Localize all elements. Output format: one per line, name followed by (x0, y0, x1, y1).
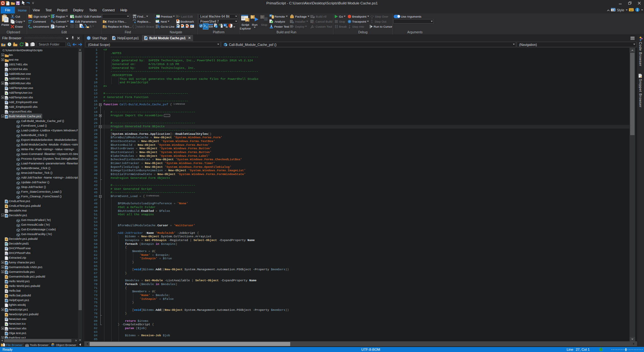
tree-item-decodehr-psd1[interactable]: d1Decodehr.psd1 (0, 241, 78, 246)
panel-dropdown-button[interactable] (66, 35, 69, 41)
scroll-left-arrow[interactable] (0, 338, 4, 343)
ribbon-tab-test[interactable]: Test (43, 7, 54, 14)
scroll-up-arrow[interactable] (630, 48, 635, 52)
ribbon-button-sign-script[interactable]: Sign script (28, 14, 50, 19)
collapse-icon[interactable] (1, 214, 4, 217)
tree-item-cmdlettest-ps1[interactable]: CmdLetTest.ps1 (0, 199, 78, 203)
tree-item-load-listbox-listbox-system-windows-forms-li[interactable]: Load-ListBox -ListBox <System.Windows.Fo… (0, 128, 78, 133)
ribbon-button-last-edit[interactable]: Last Edit (175, 14, 195, 19)
panel-tab-file-browser[interactable]: File Browser (0, 343, 24, 347)
fold-collapse-box[interactable] (99, 103, 102, 106)
ribbon-button-tracepoint[interactable]: Tracepoint (347, 19, 369, 24)
tree-item-call-build-module-cache-psf[interactable]: Call-Build_Module_Cache_psf () (0, 118, 78, 123)
nav-combo-call-build-module-cache-psf[interactable]: Call-Build_Module_Cache_psf () (221, 42, 516, 47)
collapsed-region-box[interactable]: ... (164, 114, 170, 117)
bookmark-next-button[interactable] (180, 24, 185, 29)
ribbon-tab-view[interactable]: View (30, 7, 43, 14)
ribbon-button-format[interactable]: VBFormat (50, 24, 69, 29)
zoom-slider-thumb[interactable] (625, 348, 626, 351)
tree-item-get-hresultcode-hr[interactable]: Get-HresultCode ( hr) (0, 222, 78, 227)
ribbon-button-uncomment[interactable]: Uncomment (28, 24, 50, 29)
scroll-up-arrow[interactable] (78, 48, 82, 52)
tree-item-newuser-ico[interactable]: NewUser.ico (0, 321, 78, 326)
tab-close-button[interactable] (188, 36, 191, 40)
ribbon-button-replace-in-files[interactable]: abReplace in Files... (102, 24, 132, 29)
tree-item-decodehr-ps1[interactable]: Decodehr.ps1 (0, 213, 78, 217)
ribbon-button-step-out[interactable]: Step Out (369, 19, 392, 24)
ribbon-button-go[interactable]: Go (334, 14, 347, 19)
tree-item-export-moduleselection-moduleselection-modu[interactable]: Export-ModuleSelection -ModuleSelection … (0, 137, 78, 142)
ribbon-combo[interactable] (102, 14, 130, 19)
vertical-tab-code-browser[interactable]: Code Browser (639, 42, 642, 66)
ribbon-button-analyze[interactable]: Analyze (269, 19, 289, 24)
back-arrow-button[interactable] (72, 43, 77, 46)
scroll-right-arrow[interactable] (74, 338, 78, 343)
scroll-right-arrow[interactable] (631, 341, 636, 346)
scrollbar-thumb[interactable] (90, 342, 290, 346)
tree-item-formevent-load[interactable]: FormEvent_Load () (0, 123, 78, 128)
tree-root-path[interactable]: C:\Users\Alex\Desktop\Scripts (0, 48, 78, 52)
ribbon-button-run-to-cursor[interactable]: Run to Cursor (369, 24, 392, 29)
panel-close-button[interactable] (77, 35, 80, 41)
indent-increase-button[interactable] (75, 24, 79, 29)
document-tab-helpexport-ps1[interactable]: HelpExport.ps1 (110, 35, 141, 41)
tree-item-buttonbuild-click[interactable]: buttonBuild_Click () (0, 133, 78, 137)
ribbon-button-region[interactable]: Region (50, 14, 69, 19)
file-tree-horizontal-scrollbar[interactable] (0, 338, 78, 343)
ribbon-button-go-to-line[interactable]: 1Go to Line (155, 24, 175, 29)
collapse-icon[interactable] (1, 115, 4, 118)
remote-tool-button[interactable] (223, 24, 228, 29)
ribbon-button-edit-parameters[interactable]: Edit Parameters (69, 19, 101, 24)
ribbon-tab-file[interactable]: File (1, 7, 15, 14)
ribbon-button-cut[interactable]: Cut (10, 14, 25, 19)
ribbon-button-build-edit-function[interactable]: Build / Edit Function (69, 14, 101, 19)
ribbon-tab-connect[interactable]: Connect (100, 7, 118, 14)
scroll-left-arrow[interactable] (85, 341, 89, 346)
search-button[interactable] (67, 42, 71, 47)
new-file-small-button[interactable] (25, 42, 29, 47)
tree-item-get-hresultfacility-hr[interactable]: Get-HresultFacility ( hr) (0, 232, 78, 236)
tree-item-add048user-ico[interactable]: Add048User.ico (0, 76, 78, 81)
scroll-down-arrow[interactable] (78, 338, 82, 342)
tree-item-write-file-path-string-value-string[interactable]: Write-File -Path <string> -Value <string… (0, 147, 78, 151)
ribbon-tab-project[interactable]: Project (54, 7, 70, 14)
tree-item-add048user-vbs[interactable]: vbsAdd048User.vbs (0, 81, 78, 85)
code-editor[interactable]: 1<#2 .NOTES3 ---------------------------… (84, 48, 637, 341)
save-snippet-button[interactable] (79, 24, 84, 29)
ribbon-button-cancel-build[interactable]: Cancel Build (310, 19, 332, 24)
tree-item-cmdlettest-ps1-psbuild[interactable]: CmdLetTest.ps1.psbuild (0, 203, 78, 208)
ribbon-button-deploy[interactable]: Deploy (289, 24, 310, 29)
expand-icon[interactable] (1, 96, 4, 99)
tree-item-decodehr-ps1-psbuild[interactable]: Decodehr.ps1.psbuild (0, 236, 78, 241)
ribbon-button-match-brace[interactable]: Match Brace (132, 24, 154, 29)
ribbon-button-next[interactable]: Next (155, 19, 175, 24)
tree-item-form-statecorrection-load[interactable]: Form_StateCorrection_Load () (0, 189, 78, 194)
ribbon-combo[interactable] (393, 19, 434, 24)
expand-icon[interactable] (1, 261, 4, 264)
expand-icon[interactable] (1, 327, 4, 330)
tree-item-addtempuser-vbs[interactable]: vbsAddTempUser.vbs (0, 95, 78, 100)
nav-combo-navigation[interactable]: (Navigation) (517, 42, 636, 47)
tree-item-germaninclude-ps1-psbuild[interactable]: GermanInclude.ps1.psbuild (0, 274, 78, 279)
indent-decrease-button[interactable] (70, 24, 74, 29)
status-col-value[interactable]: 1 (588, 347, 590, 352)
history-button[interactable] (7, 42, 12, 47)
fold-expand-box[interactable] (99, 114, 102, 117)
console-dark-button[interactable]: C:\> (208, 24, 213, 29)
tree-item-process-syntax-system-text-stringbuilder-stringbu[interactable]: Process-Syntax (System.Text.StringBuilde… (0, 156, 78, 161)
tree-item-addtempuser-ico[interactable]: AddTempUser.ico (0, 90, 78, 95)
tree-item-16017481-vbs[interactable]: vbs16017481.vbs (0, 62, 78, 67)
ribbon-button-package[interactable]: Package (289, 14, 310, 19)
ribbon-button-comment[interactable]: Comment (28, 19, 50, 24)
reference-count[interactable]: 0 references (146, 194, 159, 197)
ribbon-button-break[interactable]: Break (334, 24, 347, 29)
editor-horizontal-scrollbar[interactable] (84, 341, 637, 346)
panel-tab-object-browser[interactable]: Object Browser (50, 343, 77, 347)
tree-item-get-errormessage-code[interactable]: Get-ErrorMessage ( code) (0, 227, 78, 232)
tree-item-bin[interactable]: bin (0, 52, 78, 57)
use-arguments-toggle[interactable]: Use Arguments (393, 14, 434, 19)
folder-up-button[interactable] (1, 42, 6, 47)
tree-item-hello-bat[interactable]: Hello.bat (0, 288, 78, 293)
scroll-down-arrow[interactable] (630, 337, 635, 341)
tree-item-5cddf64-vbs[interactable]: vbs5CDDF64.vbs (0, 67, 78, 71)
